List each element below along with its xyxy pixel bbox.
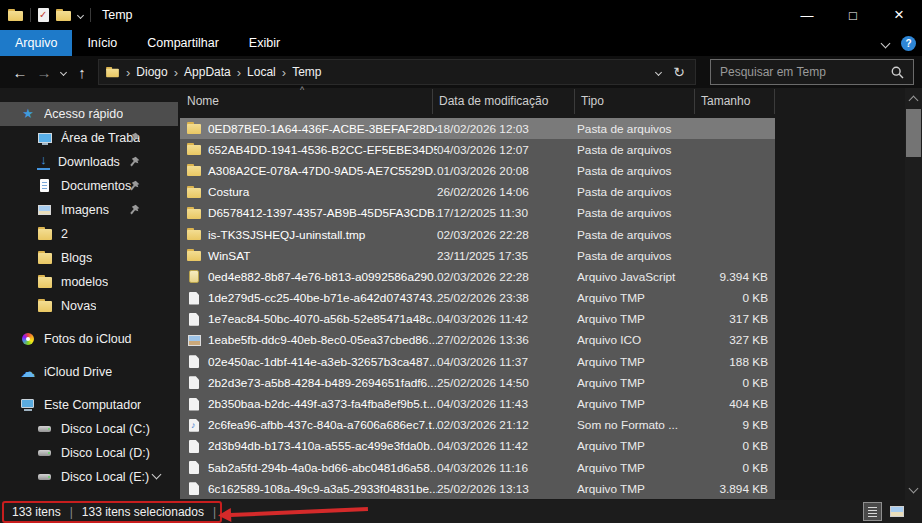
sidebar-item-blogs[interactable]: Blogs	[0, 246, 178, 270]
vertical-scrollbar[interactable]	[905, 88, 922, 500]
folder-icon	[37, 298, 53, 314]
up-button[interactable]: ↑	[70, 64, 94, 81]
breadcrumb[interactable]: ›Diogo›AppData›Local›Temp ↻	[98, 59, 696, 85]
computer-icon	[20, 397, 36, 413]
type-cell: Arquivo TMP	[577, 397, 699, 411]
column-header-tamanho[interactable]: Tamanho	[695, 89, 775, 114]
sidebar-item-disco-local-e[interactable]: Disco Local (E:)	[0, 465, 178, 489]
size-cell: 0 KB	[699, 461, 772, 475]
recent-locations-chevron-icon[interactable]	[56, 70, 70, 75]
file-row[interactable]: 6c162589-108a-49c9-a3a5-2933f04831be....…	[180, 478, 775, 499]
sidebar-item-modelos[interactable]: modelos	[0, 270, 178, 294]
expand-ribbon-chevron-icon[interactable]	[881, 38, 891, 48]
file-row[interactable]: 0ED87BE0-1A64-436F-ACBE-3BEFAF28D4...18/…	[180, 118, 775, 139]
sidebar-item-fotos-do-icloud[interactable]: Fotos do iCloud	[0, 327, 178, 351]
forward-button[interactable]: →	[32, 64, 56, 81]
sidebar-item-2[interactable]: 2	[0, 222, 178, 246]
document-icon	[37, 178, 53, 194]
file-row[interactable]: A308A2CE-078A-47D0-9AD5-AE7C5529D...01/0…	[180, 160, 775, 181]
properties-icon[interactable]: ✓	[38, 8, 49, 22]
sidebar-item-downloads[interactable]: ↓Downloads	[0, 150, 178, 174]
view-buttons	[863, 502, 906, 521]
search-input[interactable]: Pesquisar em Temp	[710, 59, 914, 85]
type-cell: Arquivo ICO	[577, 333, 699, 347]
file-row[interactable]: 2b2d3e73-a5b8-4284-b489-2694651fadf6....…	[180, 372, 775, 393]
window-controls: — □ ×	[784, 0, 922, 30]
file-row[interactable]: 1e7eac84-50bc-4070-a56b-52e85471a48c....…	[180, 309, 775, 330]
sidebar-item-area-de-trabalho[interactable]: Área de Traba	[0, 126, 178, 150]
icloud-drive-icon: ☁	[20, 364, 36, 380]
column-header-tipo[interactable]: Tipo	[575, 89, 695, 114]
sidebar-item-novas[interactable]: Novas	[0, 294, 178, 318]
file-row[interactable]: 2c6fea96-afbb-437c-840a-a7606a686ec7.t..…	[180, 415, 775, 436]
maximize-button[interactable]: □	[830, 0, 876, 30]
sidebar-item-disco-local-c[interactable]: Disco Local (C:)	[0, 417, 178, 441]
help-icon[interactable]: ?	[901, 36, 916, 51]
tab-inicio[interactable]: Início	[72, 30, 132, 56]
file-row[interactable]: 1eabe5fb-ddc9-40eb-8ec0-05ea37cbed86...2…	[180, 330, 775, 351]
file-name: 2b350baa-b2dc-449f-a373-fa4fba8ef9b5.t..…	[208, 397, 436, 411]
sidebar-scroll-down-icon[interactable]	[153, 464, 160, 482]
file-row[interactable]: Costura26/02/2026 14:06Pasta de arquivos	[180, 182, 775, 203]
type-cell: Pasta de arquivos	[577, 249, 699, 263]
back-button[interactable]: ←	[8, 64, 32, 81]
scrollbar-thumb[interactable]	[906, 109, 921, 157]
date-modified-cell: 25/02/2026 14:50	[437, 376, 577, 390]
tab-exibir[interactable]: Exibir	[234, 30, 295, 56]
minimize-button[interactable]: —	[784, 0, 830, 30]
refresh-icon[interactable]: ↻	[673, 64, 685, 80]
sidebar-item-label: Disco Local (E:)	[61, 470, 149, 484]
file-row[interactable]: WinSAT23/11/2025 17:35Pasta de arquivos	[180, 245, 775, 266]
breadcrumb-item[interactable]: AppData	[184, 65, 231, 79]
file-explorer-window: ✓ Temp — □ × ArquivoInícioCompartilharEx…	[0, 0, 922, 523]
file-name: 2c6fea96-afbb-437c-840a-a7606a686ec7.t..…	[208, 418, 437, 432]
file-name-cell: 652AB4DD-1941-4536-B2CC-EF5EBE34D5...	[187, 142, 437, 157]
drive-icon	[37, 445, 53, 461]
sidebar-item-imagens[interactable]: Imagens	[0, 198, 178, 222]
column-header-data-de-modifica-o[interactable]: Data de modificação	[433, 89, 575, 114]
sidebar-item-disco-local-d[interactable]: Disco Local (D:)	[0, 441, 178, 465]
breadcrumb-item[interactable]: Local	[247, 65, 276, 79]
sidebar-item-label: Acesso rápido	[44, 107, 123, 121]
thumbnails-view-button[interactable]	[887, 502, 906, 521]
address-dropdown-chevron-icon[interactable]	[655, 68, 662, 75]
file-name-cell: 2b2d3e73-a5b8-4284-b489-2694651fadf6....	[187, 375, 437, 390]
breadcrumb-item[interactable]: Temp	[292, 65, 321, 79]
file-icon	[187, 354, 202, 369]
scroll-up-icon[interactable]	[905, 90, 922, 107]
date-modified-cell: 04/03/2026 11:42	[437, 312, 577, 326]
details-view-button[interactable]	[863, 502, 882, 521]
file-row[interactable]: 1de279d5-cc25-40be-b71e-a642d0743743...2…	[180, 288, 775, 309]
breadcrumb-item[interactable]: Diogo	[136, 65, 167, 79]
scroll-down-icon[interactable]	[905, 481, 922, 498]
new-folder-icon[interactable]	[56, 9, 71, 22]
date-modified-cell: 27/02/2026 13:36	[437, 333, 577, 347]
file-row[interactable]: is-TK3SJSHEQJ-uninstall.tmp02/03/2026 22…	[180, 224, 775, 245]
file-name-cell: 1de279d5-cc25-40be-b71e-a642d0743743...	[187, 291, 437, 306]
tab-arquivo[interactable]: Arquivo	[0, 30, 72, 56]
sidebar-item-documentos[interactable]: Documentos	[0, 174, 178, 198]
status-separator: |	[213, 505, 216, 519]
desktop-icon	[37, 130, 53, 146]
file-name: Costura	[208, 185, 249, 199]
column-header-nome[interactable]: Nome	[180, 89, 433, 114]
customize-qat-chevron-icon[interactable]	[77, 11, 84, 18]
file-row[interactable]: 652AB4DD-1941-4536-B2CC-EF5EBE34D5...04/…	[180, 139, 775, 160]
type-cell: Pasta de arquivos	[577, 206, 699, 220]
type-cell: Pasta de arquivos	[577, 122, 699, 136]
file-row[interactable]: D6578412-1397-4357-AB9B-45D5FA3CDB...17/…	[180, 203, 775, 224]
file-row[interactable]: 2b350baa-b2dc-449f-a373-fa4fba8ef9b5.t..…	[180, 393, 775, 414]
file-row[interactable]: 2d3b94db-b173-410a-a555-ac499e3fda0b...0…	[180, 436, 775, 457]
file-row[interactable]: 0ed4e882-8b87-4e76-b813-a0992586a290...0…	[180, 266, 775, 287]
sidebar-item-este-computador[interactable]: Este Computador	[0, 393, 178, 417]
file-row[interactable]: 5ab2a5fd-294b-4a0a-bd66-abc0481d6a58...0…	[180, 457, 775, 478]
sidebar-item-icloud-drive[interactable]: ☁iCloud Drive	[0, 360, 178, 384]
sidebar-item-acesso-rapido[interactable]: ★Acesso rápido	[0, 102, 178, 126]
tab-compartilhar[interactable]: Compartilhar	[132, 30, 234, 56]
file-row[interactable]: 02e450ac-1dbf-414e-a3eb-32657b3ca487....…	[180, 351, 775, 372]
size-cell: 9 KB	[699, 418, 772, 432]
file-name-cell: 1eabe5fb-ddc9-40eb-8ec0-05ea37cbed86...	[187, 333, 437, 348]
close-button[interactable]: ×	[876, 0, 922, 30]
type-cell: Pasta de arquivos	[577, 185, 699, 199]
folder-icon	[187, 121, 202, 136]
